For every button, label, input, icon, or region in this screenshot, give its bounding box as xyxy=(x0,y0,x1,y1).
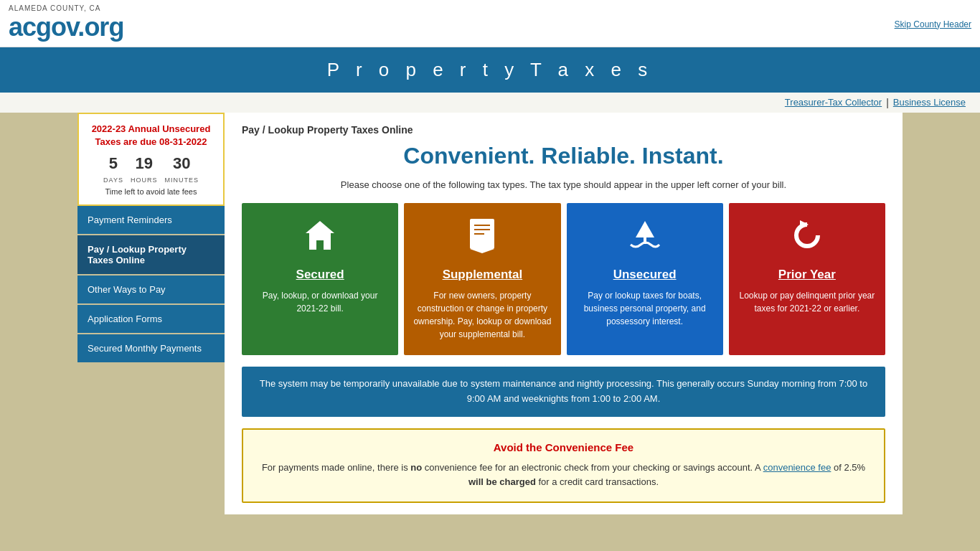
svg-marker-0 xyxy=(306,221,334,250)
time-left-note: Time left to avoid late fees xyxy=(88,187,215,196)
hours-label: HOURS xyxy=(131,176,158,184)
svg-marker-5 xyxy=(470,249,494,253)
convenience-fee-link[interactable]: convenience fee xyxy=(763,462,831,473)
svg-marker-6 xyxy=(636,221,654,237)
sub-header: Treasurer-Tax Collector | Business Licen… xyxy=(0,93,980,113)
svg-rect-3 xyxy=(474,229,490,230)
countdown-days: 5 DAYS xyxy=(103,154,123,184)
countdown-numbers: 5 DAYS 19 HOURS 30 MINUTES xyxy=(88,154,215,184)
supplemental-card[interactable]: Supplemental For new owners, property co… xyxy=(404,203,560,355)
logo-area: ALAMEDA COUNTY, CA acgov.org xyxy=(9,4,123,42)
svg-rect-2 xyxy=(474,225,490,226)
nav-secured-monthly[interactable]: Secured Monthly Payments xyxy=(77,334,225,362)
house-icon xyxy=(250,217,390,260)
boat-icon xyxy=(575,217,715,260)
supplemental-desc: For new owners, property construction or… xyxy=(413,291,551,339)
hours-value: 19 xyxy=(131,154,158,173)
receipt-icon xyxy=(413,217,552,260)
business-license-link[interactable]: Business License xyxy=(893,97,966,108)
logo-county: ALAMEDA COUNTY, CA xyxy=(9,4,123,12)
skip-header-link[interactable]: Skip County Header xyxy=(895,18,971,29)
unsecured-title[interactable]: Unsecured xyxy=(575,268,715,282)
secured-desc: Pay, lookup, or download your 2021-22 bi… xyxy=(263,291,378,314)
countdown-hours: 19 HOURS xyxy=(131,154,158,184)
treasurer-link[interactable]: Treasurer-Tax Collector xyxy=(785,97,882,108)
sub-header-separator: | xyxy=(886,97,889,108)
secured-card[interactable]: Secured Pay, lookup, or download your 20… xyxy=(242,203,398,355)
svg-marker-8 xyxy=(800,220,809,229)
no-bold: no xyxy=(410,462,422,473)
nav-other-ways[interactable]: Other Ways to Pay xyxy=(77,276,225,303)
logo-text: acgov.org xyxy=(9,12,123,42)
days-label: DAYS xyxy=(103,176,123,184)
fee-text: For payments made online, there is no co… xyxy=(255,461,872,491)
content-area: Pay / Lookup Property Taxes Online Conve… xyxy=(225,113,903,514)
undo-icon xyxy=(738,217,877,260)
nav-pay-lookup[interactable]: Pay / Lookup Property Taxes Online xyxy=(77,235,225,274)
prior-year-desc: Lookup or pay delinquent prior year taxe… xyxy=(739,291,875,314)
prior-year-title[interactable]: Prior Year xyxy=(738,268,877,282)
days-value: 5 xyxy=(103,154,123,173)
minutes-value: 30 xyxy=(164,154,199,173)
unsecured-card[interactable]: Unsecured Pay or lookup taxes for boats,… xyxy=(567,203,723,355)
nav-menu: Payment Reminders Pay / Lookup Property … xyxy=(77,206,225,362)
countdown-box: 2022-23 Annual Unsecured Taxes are due 0… xyxy=(77,113,225,206)
hero-title: Convenient. Reliable. Instant. xyxy=(242,143,885,169)
fee-box: Avoid the Convenience Fee For payments m… xyxy=(242,428,885,504)
secured-title[interactable]: Secured xyxy=(250,268,390,282)
page-title: Pay / Lookup Property Taxes Online xyxy=(242,124,885,136)
countdown-title: 2022-23 Annual Unsecured Taxes are due 0… xyxy=(88,123,215,149)
tax-instruction: Please choose one of the following tax t… xyxy=(242,179,885,190)
minutes-label: MINUTES xyxy=(164,176,199,184)
fee-title: Avoid the Convenience Fee xyxy=(255,441,872,453)
sidebar: 2022-23 Annual Unsecured Taxes are due 0… xyxy=(77,113,225,514)
nav-payment-reminders[interactable]: Payment Reminders xyxy=(77,206,225,234)
nav-application-forms[interactable]: Application Forms xyxy=(77,305,225,333)
skip-header-anchor[interactable]: Skip County Header xyxy=(895,19,971,29)
system-notice: The system may be temporarily unavailabl… xyxy=(242,367,885,417)
svg-rect-4 xyxy=(474,233,484,235)
property-taxes-banner: P r o p e r t y T a x e s xyxy=(0,47,980,93)
top-bar: ALAMEDA COUNTY, CA acgov.org Skip County… xyxy=(0,0,980,47)
tax-cards: Secured Pay, lookup, or download your 20… xyxy=(242,203,885,355)
prior-year-card[interactable]: Prior Year Lookup or pay delinquent prio… xyxy=(729,203,885,355)
banner-title: P r o p e r t y T a x e s xyxy=(327,59,653,80)
countdown-minutes: 30 MINUTES xyxy=(164,154,199,184)
supplemental-title[interactable]: Supplemental xyxy=(413,268,552,282)
unsecured-desc: Pay or lookup taxes for boats, business … xyxy=(584,291,706,326)
will-be-charged-bold: will be charged xyxy=(468,476,536,487)
main-layout: 2022-23 Annual Unsecured Taxes are due 0… xyxy=(77,113,903,514)
